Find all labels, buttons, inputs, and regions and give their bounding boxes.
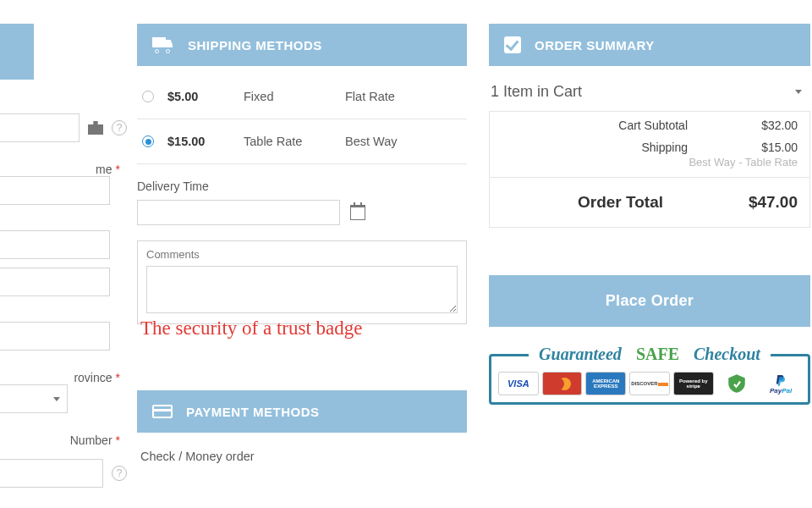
chevron-down-icon <box>53 397 60 401</box>
radio-checked-icon[interactable] <box>142 135 154 147</box>
ship-carrier: Best Way <box>345 135 398 148</box>
text-input-2[interactable] <box>0 230 110 259</box>
comments-box: Comments <box>137 240 467 324</box>
ship-kind: Table Rate <box>244 135 345 148</box>
ssl-shield-icon <box>717 372 758 395</box>
calendar-icon[interactable] <box>350 205 365 220</box>
amex-logo: AMERICAN EXPRESS <box>585 372 626 395</box>
stripe-logo: Powered by stripe <box>673 372 714 395</box>
payment-block: PAYMENT METHODS Check / Money order <box>137 390 467 463</box>
address-form-partial: ? me* rovince* e select a region Number*… <box>0 0 127 488</box>
comments-textarea[interactable] <box>146 266 458 313</box>
cart-items-toggle[interactable]: 1 Item in Cart <box>489 66 810 111</box>
ship-price: $15.00 <box>167 135 244 148</box>
text-input-3[interactable] <box>0 268 110 296</box>
paypal-logo: PayPal <box>760 372 801 395</box>
total-value: $47.00 <box>749 193 798 212</box>
shipping-column: SHIPPING METHODS $5.00 Fixed Flat Rate $… <box>137 24 467 463</box>
summary-header: ORDER SUMMARY <box>489 24 810 66</box>
province-label: rovince* <box>0 371 127 384</box>
total-label: Order Total <box>578 193 663 212</box>
ship-detail: Best Way - Table Rate <box>490 156 809 177</box>
ship-value: $15.00 <box>747 141 798 154</box>
ship-kind: Fixed <box>244 90 345 103</box>
trust-title: Guaranteed SAFE Checkout <box>491 345 808 364</box>
truck-icon <box>152 37 174 52</box>
ship-price: $5.00 <box>167 90 244 103</box>
delivery-time-input[interactable] <box>137 200 340 225</box>
order-total-row: Order Total $47.00 <box>489 177 810 228</box>
left-panel-header <box>0 24 34 80</box>
ship-label: Shipping <box>642 141 689 154</box>
payment-option-check[interactable]: Check / Money order <box>137 433 467 463</box>
help-icon[interactable]: ? <box>112 120 127 135</box>
company-input[interactable] <box>0 113 80 142</box>
shipping-title: SHIPPING METHODS <box>188 38 322 52</box>
shipping-option[interactable]: $5.00 Fixed Flat Rate <box>137 75 467 119</box>
payment-title: PAYMENT METHODS <box>186 405 320 419</box>
chevron-down-icon <box>795 90 802 94</box>
last-name-input[interactable] <box>0 176 110 205</box>
ship-carrier: Flat Rate <box>345 90 395 103</box>
visa-logo: VISA <box>498 372 539 395</box>
summary-column: ORDER SUMMARY 1 Item in Cart Cart Subtot… <box>489 24 810 405</box>
subtotal-value: $32.00 <box>747 119 798 132</box>
number-label: Number* <box>0 433 127 447</box>
place-order-button[interactable]: Place Order <box>489 275 810 327</box>
annotation-overlay: The security of a trust badge <box>140 318 363 340</box>
province-select[interactable]: e select a region <box>0 384 68 413</box>
building-icon <box>88 121 103 135</box>
last-name-label: me* <box>0 163 127 176</box>
trust-badge: Guaranteed SAFE Checkout VISA AMERICAN E… <box>489 354 810 405</box>
subtotal-label: Cart Subtotal <box>618 119 688 132</box>
summary-title: ORDER SUMMARY <box>535 38 655 52</box>
check-icon <box>504 36 521 53</box>
delivery-time-label: Delivery Time <box>137 179 467 193</box>
totals-table: Cart Subtotal $32.00 Shipping $15.00 Bes… <box>489 111 810 177</box>
radio-unchecked-icon[interactable] <box>142 91 154 102</box>
card-icon <box>152 405 173 418</box>
number-input[interactable] <box>0 459 103 488</box>
help-icon[interactable]: ? <box>112 466 127 481</box>
shipping-option[interactable]: $15.00 Table Rate Best Way <box>137 119 467 164</box>
trust-logos: VISA AMERICAN EXPRESS DISCOVER Powered b… <box>498 372 801 395</box>
comments-label: Comments <box>146 248 458 261</box>
shipping-header: SHIPPING METHODS <box>137 24 467 66</box>
payment-header: PAYMENT METHODS <box>137 390 467 433</box>
mastercard-logo <box>542 372 583 395</box>
text-input-4[interactable] <box>0 322 110 351</box>
discover-logo: DISCOVER <box>629 372 670 395</box>
